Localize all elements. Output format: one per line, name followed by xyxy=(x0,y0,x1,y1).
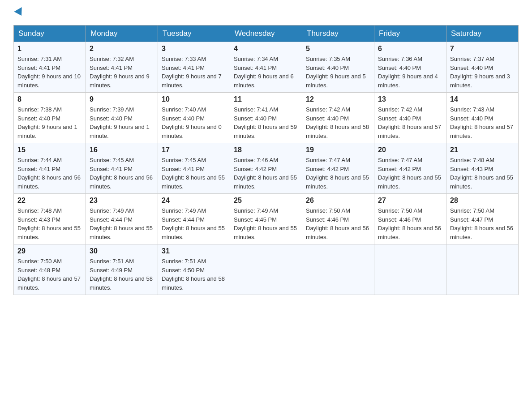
calendar-week-row: 15 Sunrise: 7:44 AMSunset: 4:41 PMDaylig… xyxy=(14,143,519,194)
day-number: 30 xyxy=(90,247,154,255)
calendar-cell: 29 Sunrise: 7:50 AMSunset: 4:48 PMDaylig… xyxy=(14,244,86,295)
column-header-thursday: Thursday xyxy=(302,26,374,42)
day-info: Sunrise: 7:49 AMSunset: 4:45 PMDaylight:… xyxy=(234,207,297,240)
day-info: Sunrise: 7:38 AMSunset: 4:40 PMDaylight:… xyxy=(17,106,77,139)
calendar-cell: 13 Sunrise: 7:42 AMSunset: 4:40 PMDaylig… xyxy=(374,93,446,143)
calendar-cell xyxy=(374,244,446,295)
day-info: Sunrise: 7:49 AMSunset: 4:44 PMDaylight:… xyxy=(162,207,225,240)
day-number: 3 xyxy=(162,45,226,53)
calendar-header-row: SundayMondayTuesdayWednesdayThursdayFrid… xyxy=(14,26,519,42)
day-number: 16 xyxy=(90,146,154,154)
day-info: Sunrise: 7:47 AMSunset: 4:42 PMDaylight:… xyxy=(306,157,369,190)
day-number: 28 xyxy=(450,197,515,205)
column-header-friday: Friday xyxy=(374,26,446,42)
day-number: 29 xyxy=(17,247,82,255)
day-info: Sunrise: 7:50 AMSunset: 4:46 PMDaylight:… xyxy=(306,207,369,240)
day-info: Sunrise: 7:46 AMSunset: 4:42 PMDaylight:… xyxy=(234,157,297,190)
day-number: 9 xyxy=(90,95,154,103)
day-info: Sunrise: 7:41 AMSunset: 4:40 PMDaylight:… xyxy=(234,106,297,139)
calendar-cell: 15 Sunrise: 7:44 AMSunset: 4:41 PMDaylig… xyxy=(14,143,86,194)
calendar-cell: 11 Sunrise: 7:41 AMSunset: 4:40 PMDaylig… xyxy=(230,93,302,143)
day-number: 10 xyxy=(162,95,226,103)
day-number: 23 xyxy=(90,197,154,205)
day-info: Sunrise: 7:31 AMSunset: 4:41 PMDaylight:… xyxy=(17,56,81,89)
day-number: 24 xyxy=(162,197,226,205)
day-number: 26 xyxy=(306,197,370,205)
logo-triangle-icon xyxy=(14,7,25,18)
day-info: Sunrise: 7:33 AMSunset: 4:41 PMDaylight:… xyxy=(162,56,222,89)
calendar-cell: 27 Sunrise: 7:50 AMSunset: 4:46 PMDaylig… xyxy=(374,194,446,244)
calendar-week-row: 8 Sunrise: 7:38 AMSunset: 4:40 PMDayligh… xyxy=(14,93,519,143)
day-number: 31 xyxy=(162,247,226,255)
calendar-cell: 1 Sunrise: 7:31 AMSunset: 4:41 PMDayligh… xyxy=(14,42,86,93)
day-info: Sunrise: 7:36 AMSunset: 4:40 PMDaylight:… xyxy=(378,56,438,89)
column-header-wednesday: Wednesday xyxy=(230,26,302,42)
column-header-sunday: Sunday xyxy=(14,26,86,42)
day-number: 20 xyxy=(378,146,442,154)
day-info: Sunrise: 7:43 AMSunset: 4:40 PMDaylight:… xyxy=(450,106,513,139)
calendar-cell: 8 Sunrise: 7:38 AMSunset: 4:40 PMDayligh… xyxy=(14,93,86,143)
calendar-table: SundayMondayTuesdayWednesdayThursdayFrid… xyxy=(13,25,519,295)
calendar-cell: 9 Sunrise: 7:39 AMSunset: 4:40 PMDayligh… xyxy=(86,93,158,143)
day-number: 18 xyxy=(234,146,298,154)
calendar-cell: 10 Sunrise: 7:40 AMSunset: 4:40 PMDaylig… xyxy=(158,93,230,143)
day-info: Sunrise: 7:45 AMSunset: 4:41 PMDaylight:… xyxy=(162,157,225,190)
day-info: Sunrise: 7:42 AMSunset: 4:40 PMDaylight:… xyxy=(378,106,441,139)
day-info: Sunrise: 7:48 AMSunset: 4:43 PMDaylight:… xyxy=(450,157,513,190)
day-info: Sunrise: 7:35 AMSunset: 4:40 PMDaylight:… xyxy=(306,56,366,89)
day-number: 13 xyxy=(378,95,442,103)
day-info: Sunrise: 7:50 AMSunset: 4:48 PMDaylight:… xyxy=(17,258,81,291)
calendar-cell: 24 Sunrise: 7:49 AMSunset: 4:44 PMDaylig… xyxy=(158,194,230,244)
day-info: Sunrise: 7:50 AMSunset: 4:46 PMDaylight:… xyxy=(378,207,441,240)
day-info: Sunrise: 7:48 AMSunset: 4:43 PMDaylight:… xyxy=(17,207,81,240)
calendar-cell: 31 Sunrise: 7:51 AMSunset: 4:50 PMDaylig… xyxy=(158,244,230,295)
day-number: 19 xyxy=(306,146,370,154)
day-number: 7 xyxy=(450,45,515,53)
calendar-cell: 5 Sunrise: 7:35 AMSunset: 4:40 PMDayligh… xyxy=(302,42,374,93)
day-number: 4 xyxy=(234,45,298,53)
day-number: 22 xyxy=(17,197,82,205)
calendar-cell: 4 Sunrise: 7:34 AMSunset: 4:41 PMDayligh… xyxy=(230,42,302,93)
day-info: Sunrise: 7:40 AMSunset: 4:40 PMDaylight:… xyxy=(162,106,222,139)
day-number: 1 xyxy=(17,45,82,53)
day-number: 21 xyxy=(450,146,515,154)
calendar-week-row: 29 Sunrise: 7:50 AMSunset: 4:48 PMDaylig… xyxy=(14,244,519,295)
day-number: 17 xyxy=(162,146,226,154)
page-header xyxy=(13,9,519,16)
logo xyxy=(13,9,24,16)
day-number: 27 xyxy=(378,197,442,205)
calendar-cell: 20 Sunrise: 7:47 AMSunset: 4:42 PMDaylig… xyxy=(374,143,446,194)
day-info: Sunrise: 7:51 AMSunset: 4:50 PMDaylight:… xyxy=(162,258,225,291)
column-header-saturday: Saturday xyxy=(446,26,519,42)
column-header-tuesday: Tuesday xyxy=(158,26,230,42)
column-header-monday: Monday xyxy=(86,26,158,42)
calendar-cell xyxy=(446,244,519,295)
calendar-cell: 6 Sunrise: 7:36 AMSunset: 4:40 PMDayligh… xyxy=(374,42,446,93)
calendar-cell: 7 Sunrise: 7:37 AMSunset: 4:40 PMDayligh… xyxy=(446,42,519,93)
calendar-cell: 17 Sunrise: 7:45 AMSunset: 4:41 PMDaylig… xyxy=(158,143,230,194)
calendar-cell: 12 Sunrise: 7:42 AMSunset: 4:40 PMDaylig… xyxy=(302,93,374,143)
day-info: Sunrise: 7:51 AMSunset: 4:49 PMDaylight:… xyxy=(90,258,153,291)
day-number: 12 xyxy=(306,95,370,103)
calendar-cell: 19 Sunrise: 7:47 AMSunset: 4:42 PMDaylig… xyxy=(302,143,374,194)
day-number: 25 xyxy=(234,197,298,205)
calendar-cell: 2 Sunrise: 7:32 AMSunset: 4:41 PMDayligh… xyxy=(86,42,158,93)
calendar-cell: 14 Sunrise: 7:43 AMSunset: 4:40 PMDaylig… xyxy=(446,93,519,143)
day-number: 6 xyxy=(378,45,442,53)
day-info: Sunrise: 7:42 AMSunset: 4:40 PMDaylight:… xyxy=(306,106,369,139)
day-info: Sunrise: 7:39 AMSunset: 4:40 PMDaylight:… xyxy=(90,106,150,139)
calendar-cell xyxy=(302,244,374,295)
calendar-cell: 25 Sunrise: 7:49 AMSunset: 4:45 PMDaylig… xyxy=(230,194,302,244)
calendar-cell: 16 Sunrise: 7:45 AMSunset: 4:41 PMDaylig… xyxy=(86,143,158,194)
calendar-cell: 26 Sunrise: 7:50 AMSunset: 4:46 PMDaylig… xyxy=(302,194,374,244)
day-info: Sunrise: 7:47 AMSunset: 4:42 PMDaylight:… xyxy=(378,157,441,190)
day-info: Sunrise: 7:45 AMSunset: 4:41 PMDaylight:… xyxy=(90,157,153,190)
day-number: 5 xyxy=(306,45,370,53)
day-number: 2 xyxy=(90,45,154,53)
calendar-cell: 23 Sunrise: 7:49 AMSunset: 4:44 PMDaylig… xyxy=(86,194,158,244)
calendar-cell: 22 Sunrise: 7:48 AMSunset: 4:43 PMDaylig… xyxy=(14,194,86,244)
day-info: Sunrise: 7:44 AMSunset: 4:41 PMDaylight:… xyxy=(17,157,81,190)
calendar-cell xyxy=(230,244,302,295)
day-number: 14 xyxy=(450,95,515,103)
day-info: Sunrise: 7:34 AMSunset: 4:41 PMDaylight:… xyxy=(234,56,294,89)
